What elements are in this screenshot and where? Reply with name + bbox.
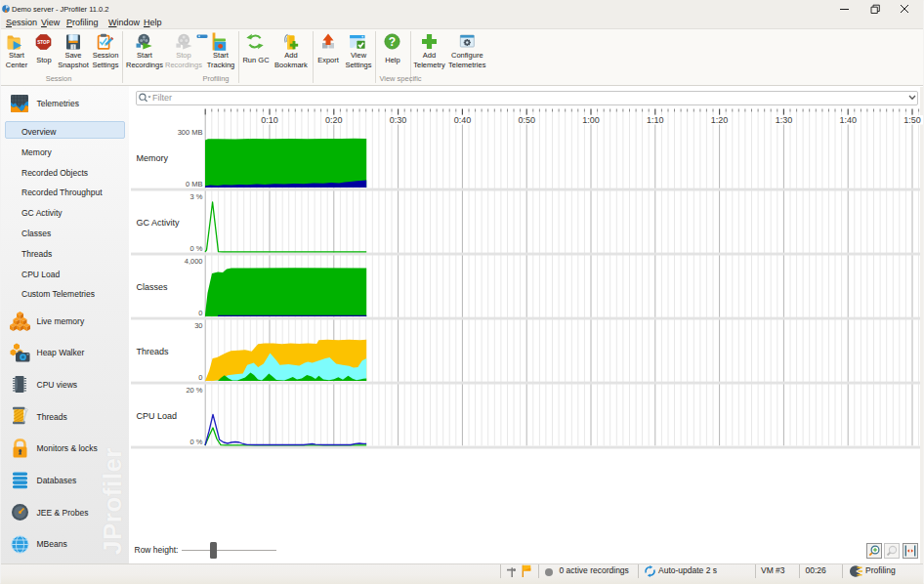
svg-text:GC Activity: GC Activity <box>137 218 181 228</box>
svg-text:STOP: STOP <box>37 40 49 45</box>
svg-text:1:30: 1:30 <box>776 115 793 125</box>
svg-text:1:10: 1:10 <box>647 115 664 125</box>
svg-text:0: 0 <box>198 309 202 317</box>
svg-text:1:40: 1:40 <box>839 115 857 125</box>
svg-text:0:10: 0:10 <box>261 115 278 125</box>
svg-text:Classes: Classes <box>137 282 169 292</box>
svg-text:0:20: 0:20 <box>325 115 343 125</box>
svg-text:1:50: 1:50 <box>903 115 921 125</box>
svg-text:0: 0 <box>198 373 202 382</box>
svg-text:Threads: Threads <box>137 347 170 356</box>
svg-text:CPU Load: CPU Load <box>137 411 178 421</box>
svg-text:4,000: 4,000 <box>185 257 203 266</box>
svg-text:0 %: 0 % <box>190 244 203 253</box>
svg-text:0 MB: 0 MB <box>186 180 203 188</box>
svg-text:30: 30 <box>194 321 202 330</box>
svg-text:0:40: 0:40 <box>454 115 472 125</box>
svg-text:?: ? <box>389 35 396 49</box>
svg-text:20 %: 20 % <box>186 386 202 395</box>
svg-text:0:30: 0:30 <box>390 115 407 125</box>
svg-text:300 MB: 300 MB <box>178 128 203 137</box>
svg-text:1:20: 1:20 <box>711 115 729 125</box>
svg-text:0 %: 0 % <box>190 438 203 446</box>
svg-text:1:00: 1:00 <box>582 115 600 125</box>
svg-text:3 %: 3 % <box>190 192 203 201</box>
svg-text:Memory: Memory <box>137 153 169 163</box>
svg-text:0:50: 0:50 <box>518 115 535 125</box>
